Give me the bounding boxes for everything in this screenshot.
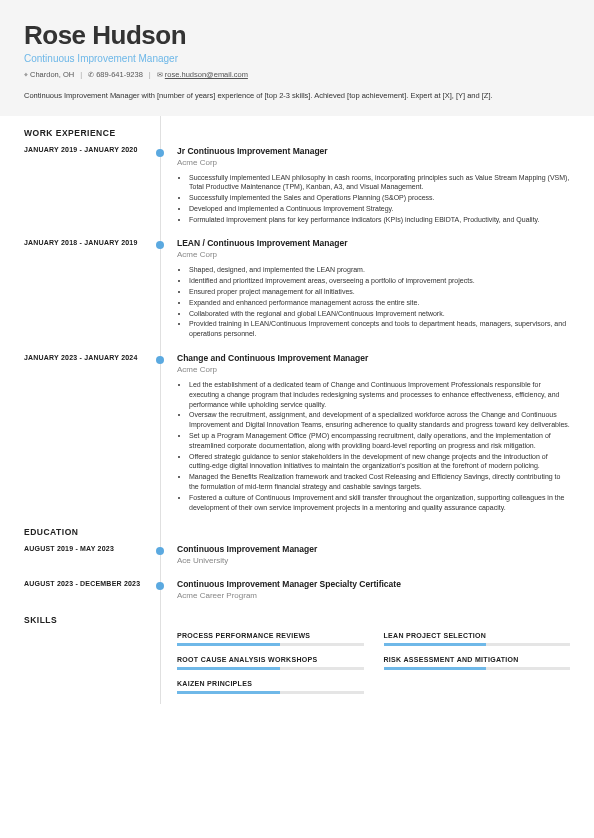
bullet: Expanded and enhanced performance manage… — [189, 298, 570, 308]
skills-grid: PROCESS PERFORMANCE REVIEWS LEAN PROJECT… — [161, 632, 570, 694]
entry-title: Continuous Improvement Manager Specialty… — [177, 579, 570, 589]
contact-row: ⌖ Chardon, OH | ✆ 689-641-9238 | ✉ rose.… — [24, 70, 570, 79]
location: ⌖ Chardon, OH — [24, 70, 74, 79]
bullet: Oversaw the recruitment, assignment, and… — [189, 410, 570, 430]
bullet: Set up a Program Management Office (PMO)… — [189, 431, 570, 451]
skill-bar — [177, 691, 364, 694]
skill-item: ROOT CAUSE ANALYSIS WORKSHOPS — [177, 656, 364, 670]
email: ✉ rose.hudson@email.com — [157, 70, 248, 79]
skill-name: LEAN PROJECT SELECTION — [384, 632, 571, 639]
phone: ✆ 689-641-9238 — [88, 70, 143, 79]
person-title: Continuous Improvement Manager — [24, 53, 570, 64]
section-header: EDUCATION — [24, 527, 150, 537]
skill-name: RISK ASSESSMENT AND MITIGATION — [384, 656, 571, 663]
skill-bar — [384, 667, 571, 670]
skill-bar — [177, 667, 364, 670]
mail-icon: ✉ — [157, 71, 163, 79]
entry-company: Acme Corp — [177, 250, 570, 259]
skill-item: LEAN PROJECT SELECTION — [384, 632, 571, 646]
bullet: Successfully implemented LEAN philosophy… — [189, 173, 570, 193]
entry: Continuous Improvement Manager Ace Unive… — [161, 544, 570, 565]
skill-item: KAIZEN PRINCIPLES — [177, 680, 364, 694]
bullet: Ensured proper project management for al… — [189, 287, 570, 297]
skill-bar-fill — [384, 667, 487, 670]
left-column: WORK EXPERIENCEJANUARY 2019 - JANUARY 20… — [0, 116, 160, 705]
bullet-list: Led the establishment of a dedicated tea… — [177, 380, 570, 512]
entry-company: Acme Corp — [177, 158, 570, 167]
bullet: Led the establishment of a dedicated tea… — [189, 380, 570, 409]
bullet: Collaborated with the regional and globa… — [189, 309, 570, 319]
entry: LEAN / Continuous Improvement Manager Ac… — [161, 238, 570, 339]
bullet: Formulated improvement plans for key per… — [189, 215, 570, 225]
summary-text: Continuous Improvement Manager with [num… — [24, 91, 570, 102]
skill-bar — [177, 643, 364, 646]
skill-name: ROOT CAUSE ANALYSIS WORKSHOPS — [177, 656, 364, 663]
skill-name: PROCESS PERFORMANCE REVIEWS — [177, 632, 364, 639]
section-header: WORK EXPERIENCE — [24, 128, 150, 138]
bullet: Fostered a culture of Continuous Improve… — [189, 493, 570, 513]
bullet: Managed the Benefits Realization framewo… — [189, 472, 570, 492]
bullet: Successfully implemented the Sales and O… — [189, 193, 570, 203]
entry: Jr Continuous Improvement Manager Acme C… — [161, 146, 570, 225]
phone-icon: ✆ — [88, 71, 94, 79]
date-range: AUGUST 2019 - MAY 2023 — [24, 545, 150, 580]
entry-company: Acme Career Program — [177, 591, 570, 600]
skill-item: PROCESS PERFORMANCE REVIEWS — [177, 632, 364, 646]
resume-header: Rose Hudson Continuous Improvement Manag… — [0, 0, 594, 116]
person-name: Rose Hudson — [24, 20, 570, 51]
pin-icon: ⌖ — [24, 71, 28, 79]
bullet: Shaped, designed, and implemented the LE… — [189, 265, 570, 275]
bullet-list: Shaped, designed, and implemented the LE… — [177, 265, 570, 339]
bullet: Provided training in LEAN/Continuous Imp… — [189, 319, 570, 339]
date-range: JANUARY 2018 - JANUARY 2019 — [24, 239, 150, 354]
skill-bar-fill — [177, 667, 280, 670]
entry-company: Ace University — [177, 556, 570, 565]
entry-title: Jr Continuous Improvement Manager — [177, 146, 570, 156]
bullet-list: Successfully implemented LEAN philosophy… — [177, 173, 570, 225]
skill-bar-fill — [384, 643, 487, 646]
entry-company: Acme Corp — [177, 365, 570, 374]
skill-bar-fill — [177, 691, 280, 694]
date-range: AUGUST 2023 - DECEMBER 2023 — [24, 580, 150, 615]
bullet: Developed and implemented a Continuous I… — [189, 204, 570, 214]
email-link[interactable]: rose.hudson@email.com — [165, 70, 248, 79]
right-column: Jr Continuous Improvement Manager Acme C… — [160, 116, 594, 705]
bullet: Offered strategic guidance to senior sta… — [189, 452, 570, 472]
entry-title: Continuous Improvement Manager — [177, 544, 570, 554]
skill-name: KAIZEN PRINCIPLES — [177, 680, 364, 687]
date-range: JANUARY 2023 - JANUARY 2024 — [24, 354, 150, 527]
skill-item: RISK ASSESSMENT AND MITIGATION — [384, 656, 571, 670]
date-range: JANUARY 2019 - JANUARY 2020 — [24, 146, 150, 239]
entry: Continuous Improvement Manager Specialty… — [161, 579, 570, 600]
entry: Change and Continuous Improvement Manage… — [161, 353, 570, 512]
skill-bar-fill — [177, 643, 280, 646]
entry-title: Change and Continuous Improvement Manage… — [177, 353, 570, 363]
skill-bar — [384, 643, 571, 646]
entry-title: LEAN / Continuous Improvement Manager — [177, 238, 570, 248]
section-skills: SKILLS — [24, 615, 150, 625]
bullet: Identified and prioritized improvement a… — [189, 276, 570, 286]
resume-body: WORK EXPERIENCEJANUARY 2019 - JANUARY 20… — [0, 116, 594, 705]
